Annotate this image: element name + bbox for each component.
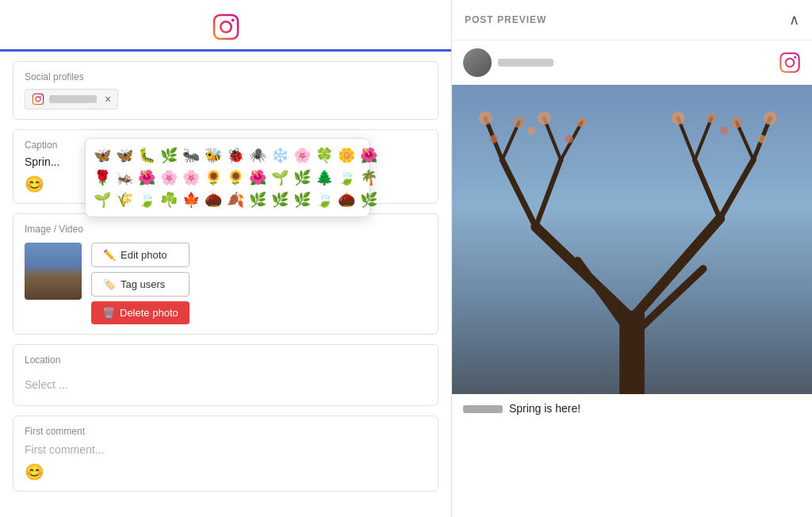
emoji-item[interactable]: 🌿 [358, 190, 379, 210]
emoji-item[interactable]: 🌾 [114, 190, 135, 210]
emoji-item[interactable]: 🍁 [181, 190, 201, 210]
svg-rect-3 [33, 94, 43, 104]
emoji-item[interactable]: 🌺 [358, 145, 379, 166]
emoji-item[interactable]: ❄️ [270, 145, 290, 166]
emoji-item[interactable]: 🌹 [92, 167, 113, 188]
svg-point-31 [764, 111, 777, 124]
ig-header [0, 0, 451, 52]
emoji-item[interactable]: 🌱 [92, 190, 113, 210]
svg-point-36 [527, 126, 536, 135]
edit-photo-label: Edit photo [121, 249, 167, 261]
profile-name-blurred [49, 95, 97, 103]
preview-profile-row [452, 40, 812, 85]
emoji-item[interactable]: 🍂 [225, 190, 246, 210]
emoji-item[interactable]: 🌿 [292, 167, 312, 188]
social-profiles-section: Social profiles × [13, 61, 439, 120]
svg-rect-6 [780, 53, 799, 71]
left-panel: Social profiles × Caption Sprin... [0, 0, 452, 517]
preview-caption: Spring is here! [452, 394, 812, 423]
svg-point-38 [757, 135, 766, 144]
first-comment-input[interactable]: First comment... [25, 443, 427, 456]
avatar [463, 48, 492, 77]
emoji-item[interactable]: 🌸 [292, 145, 312, 166]
svg-point-39 [720, 126, 729, 135]
emoji-item[interactable]: 🌿 [292, 190, 312, 210]
right-panel: POST PREVIEW ∧ [452, 0, 812, 517]
emoji-item[interactable]: ☘️ [159, 190, 179, 210]
svg-point-8 [794, 56, 796, 59]
emoji-item[interactable]: 🌺 [247, 167, 268, 188]
emoji-item[interactable]: 🌰 [203, 190, 224, 210]
emoji-item[interactable]: 🌸 [159, 167, 179, 188]
svg-point-28 [513, 117, 525, 128]
emoji-picker: 🦋 🦋 🐛 🌿 🐜 🐝 🐞 🕷️ ❄️ 🌸 🍀 🌼 🌺 🌹 🦗 🌺 🌸 🌸 � [85, 138, 370, 217]
collapse-preview-button[interactable]: ∧ [789, 11, 799, 29]
emoji-item[interactable]: 🌰 [336, 190, 357, 210]
emoji-item[interactable]: 🌿 [270, 190, 290, 210]
image-content-area: ✏️ Edit photo 🏷️ Tag users 🗑️ Delete pho… [25, 243, 427, 324]
emoji-item[interactable]: 🦗 [114, 167, 135, 188]
delete-photo-button[interactable]: 🗑️ Delete photo [91, 301, 190, 324]
emoji-item[interactable]: 🕷️ [247, 145, 268, 166]
image-action-buttons: ✏️ Edit photo 🏷️ Tag users 🗑️ Delete pho… [91, 243, 190, 324]
image-thumbnail [25, 243, 82, 300]
emoji-item[interactable]: 🌱 [270, 167, 290, 188]
instagram-preview-icon [779, 52, 801, 74]
svg-point-2 [231, 19, 234, 22]
emoji-item[interactable]: 🌿 [159, 145, 179, 166]
svg-point-30 [576, 117, 587, 128]
emoji-item[interactable]: 🍃 [336, 167, 357, 188]
emoji-item[interactable]: 🌼 [336, 145, 357, 166]
emoji-item[interactable]: 🍃 [314, 190, 335, 210]
svg-point-29 [538, 111, 551, 124]
emoji-grid: 🦋 🦋 🐛 🌿 🐜 🐝 🐞 🕷️ ❄️ 🌸 🍀 🌼 🌺 🌹 🦗 🌺 🌸 🌸 � [92, 145, 363, 210]
emoji-item[interactable]: 🌲 [314, 167, 335, 188]
emoji-item[interactable]: 🐜 [181, 145, 201, 166]
caption-section: Caption Sprin... 🦋 🦋 🐛 🌿 🐜 🐝 🐞 🕷️ ❄️ 🌸 🍀… [13, 129, 439, 204]
preview-header: POST PREVIEW ∧ [452, 0, 812, 40]
tag-users-button[interactable]: 🏷️ Tag users [91, 272, 190, 297]
tag-icon: 🏷️ [103, 278, 116, 290]
emoji-item[interactable]: 🐞 [225, 145, 246, 166]
comment-emoji-button[interactable]: 😊 [25, 462, 427, 481]
emoji-item[interactable]: 🌸 [181, 167, 201, 188]
edit-photo-button[interactable]: ✏️ Edit photo [91, 243, 190, 267]
svg-point-4 [36, 97, 40, 101]
pencil-icon: ✏️ [103, 249, 116, 261]
ig-tag-icon [32, 93, 44, 105]
emoji-item[interactable]: 🌿 [247, 190, 268, 210]
first-comment-label: First comment [25, 426, 427, 437]
svg-point-34 [707, 113, 717, 124]
caption-username-blurred [463, 405, 503, 413]
preview-image-container [452, 85, 812, 394]
emoji-item[interactable]: 🐝 [203, 145, 224, 166]
emoji-item[interactable]: 🌻 [225, 167, 246, 188]
emoji-item[interactable]: 🍀 [314, 145, 335, 166]
svg-point-7 [786, 59, 795, 67]
social-profiles-label: Social profiles [25, 71, 427, 82]
remove-profile-button[interactable]: × [105, 93, 111, 105]
trash-icon: 🗑️ [102, 307, 115, 319]
tree-overlay-icon [452, 85, 812, 394]
location-label: Location [25, 354, 427, 366]
svg-point-33 [672, 111, 685, 124]
svg-rect-0 [214, 15, 238, 39]
location-select[interactable]: Select ... [25, 373, 427, 396]
emoji-item[interactable]: 🌻 [203, 167, 224, 188]
profile-tag[interactable]: × [25, 89, 118, 109]
emoji-item[interactable]: 🦋 [92, 145, 113, 166]
emoji-item[interactable]: 🌴 [358, 167, 379, 188]
svg-point-1 [220, 21, 232, 33]
emoji-item[interactable]: 🌺 [136, 167, 157, 188]
preview-username-blurred [498, 59, 553, 67]
svg-point-27 [479, 111, 492, 124]
emoji-item[interactable]: 🦋 [114, 145, 135, 166]
preview-caption-text: Spring is here! [509, 402, 580, 415]
svg-point-32 [731, 117, 743, 128]
svg-point-5 [40, 96, 42, 98]
svg-point-35 [490, 135, 499, 144]
avatar-image [463, 48, 492, 77]
emoji-item[interactable]: 🍃 [136, 190, 157, 210]
preview-title: POST PREVIEW [465, 14, 546, 25]
emoji-item[interactable]: 🐛 [136, 145, 157, 166]
